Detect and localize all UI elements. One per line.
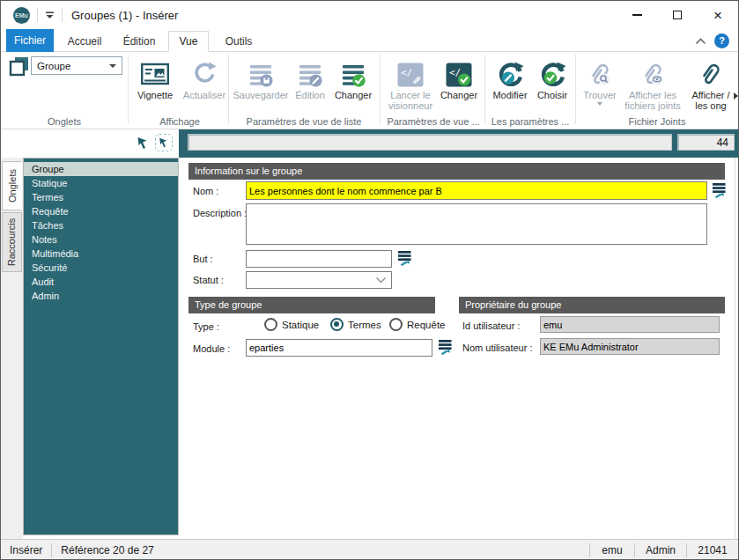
viewer-launch-icon: </ xyxy=(385,54,436,87)
maximize-button[interactable] xyxy=(657,1,698,29)
tab-fichier[interactable]: Fichier xyxy=(6,29,54,52)
titlebar-separator xyxy=(62,8,63,22)
nom-label: Nom : xyxy=(193,186,218,196)
minimize-icon xyxy=(632,14,642,15)
paperclip-icon xyxy=(686,54,735,87)
afficher-masquer-onglets-label: Afficher / les ong xyxy=(686,90,735,111)
ribbon-overflow-icon[interactable] xyxy=(734,92,738,99)
statut-combobox[interactable] xyxy=(246,271,392,289)
list-item-notes[interactable]: Notes xyxy=(24,232,178,247)
lancer-visionneur-button: </ Lancer le visionneur xyxy=(385,54,436,114)
but-lookup-icon[interactable] xyxy=(396,249,412,268)
select-cursor-button[interactable] xyxy=(133,133,152,152)
radio-statique[interactable] xyxy=(264,318,277,331)
but-input[interactable] xyxy=(246,250,392,268)
paperclip-eye-icon xyxy=(621,54,684,87)
choose-arrow-icon xyxy=(533,54,572,87)
actualiser-button: Actualiser xyxy=(180,54,229,114)
modifier-button[interactable]: Modifier xyxy=(489,54,531,114)
tabs-stack-icon xyxy=(8,55,31,82)
tab-select-combobox[interactable]: Groupe xyxy=(31,56,122,75)
edition-vue-button: Édition xyxy=(292,54,329,114)
nom-utilisateur-input: KE EMu Administrator xyxy=(540,338,720,355)
trouver-button: Trouver xyxy=(580,54,619,114)
list-item-taches[interactable]: Tâches xyxy=(24,218,178,232)
group-form: Information sur le groupe Nom : Les pers… xyxy=(179,158,739,539)
changer-vue-liste-button[interactable]: Changer xyxy=(330,54,376,114)
vignette-button[interactable]: Vignette xyxy=(131,54,179,114)
side-tab-raccourcis-label: Raccourcis xyxy=(7,218,18,266)
description-input[interactable] xyxy=(246,203,707,245)
status-code: 21041 xyxy=(687,544,738,556)
list-item-termes[interactable]: Termes xyxy=(24,190,178,204)
thumbnail-view-icon xyxy=(131,54,179,87)
tab-vue[interactable]: Vue xyxy=(168,31,209,52)
tab-accueil[interactable]: Accueil xyxy=(59,31,110,52)
choisir-label: Choisir xyxy=(533,90,572,100)
list-item-multimedia[interactable]: Multimédia xyxy=(24,247,178,261)
minimize-button[interactable] xyxy=(617,1,657,29)
section-header-proprietaire: Propriétaire du groupe xyxy=(459,297,725,313)
module-lookup-icon[interactable] xyxy=(437,338,453,357)
changer-visionneur-label: Changer xyxy=(436,90,482,100)
group-separator xyxy=(575,55,576,124)
list-item-admin[interactable]: Admin xyxy=(24,289,178,303)
select-region-button[interactable] xyxy=(154,133,174,152)
quick-access-dropdown-icon[interactable] xyxy=(45,11,55,19)
record-indicator-bar xyxy=(188,134,672,151)
list-item-groupe[interactable]: Groupe xyxy=(24,162,178,176)
radio-termes-label: Termes xyxy=(348,320,381,330)
list-item-requete[interactable]: Requête xyxy=(24,204,178,218)
nom-lookup-icon[interactable] xyxy=(711,181,727,200)
id-utilisateur-label: Id utilisateur : xyxy=(462,321,520,331)
radio-statique-label: Statique xyxy=(282,320,319,330)
paperclip-search-icon xyxy=(580,54,619,87)
titlebar: EMu Groupes (1) - Insérer × xyxy=(1,1,738,29)
list-item-statique[interactable]: Statique xyxy=(24,176,178,190)
help-icon[interactable]: ? xyxy=(714,33,729,48)
afficher-fichiers-joints-label: Afficher les fichiers joints xyxy=(621,90,684,111)
group-label-parametres-vue: Paramètres de vue ... xyxy=(385,116,482,127)
app-window: EMu Groupes (1) - Insérer × Fichier Accu… xyxy=(0,0,739,560)
status-reference: Référence 20 de 27 xyxy=(52,544,162,556)
maximize-icon xyxy=(673,11,682,19)
group-separator xyxy=(128,55,129,124)
choisir-button[interactable]: Choisir xyxy=(533,54,572,114)
nom-utilisateur-label: Nom utilisateur : xyxy=(462,343,532,353)
actualiser-label: Actualiser xyxy=(180,90,229,100)
module-input[interactable]: eparties xyxy=(246,339,432,357)
close-icon: × xyxy=(713,8,722,23)
side-tab-onglets-label: Onglets xyxy=(7,169,18,203)
close-button[interactable]: × xyxy=(698,1,738,29)
module-label: Module : xyxy=(193,343,230,354)
group-separator xyxy=(484,55,485,124)
tool-row: 44 xyxy=(1,129,738,158)
list-item-securite[interactable]: Sécurité xyxy=(24,261,178,275)
edition-vue-label: Édition xyxy=(292,90,329,100)
collapse-ribbon-icon[interactable] xyxy=(695,33,706,48)
dashed-selection-icon xyxy=(155,134,173,151)
radio-requete[interactable] xyxy=(389,318,403,331)
form-right-edge xyxy=(735,158,735,539)
side-tab-onglets[interactable]: Onglets xyxy=(2,161,22,210)
side-tab-raccourcis[interactable]: Raccourcis xyxy=(2,212,22,272)
radio-requete-label: Requête xyxy=(407,320,445,330)
afficher-masquer-onglets-button[interactable]: Afficher / les ong xyxy=(686,54,735,114)
group-label-fichier-joints: Fichier Joints xyxy=(582,116,732,127)
svg-text:</: </ xyxy=(401,67,412,78)
status-user: emu xyxy=(590,544,634,556)
sauvegarder-button: Sauvegarder xyxy=(232,54,290,114)
changer-visionneur-button[interactable]: </ Changer xyxy=(436,54,482,114)
afficher-fichiers-joints-button: Afficher les fichiers joints xyxy=(621,54,684,114)
status-role: Admin xyxy=(635,544,686,556)
ribbon: Groupe Onglets Vignette Actualiser Affic… xyxy=(1,52,738,129)
lancer-visionneur-label: Lancer le visionneur xyxy=(385,90,436,111)
radio-termes[interactable] xyxy=(330,318,344,331)
tab-outils[interactable]: Outils xyxy=(212,31,265,52)
nom-input[interactable]: Les personnes dont le nom commence par B xyxy=(246,181,707,200)
list-item-audit[interactable]: Audit xyxy=(24,275,178,289)
modifier-label: Modifier xyxy=(489,90,531,100)
tab-edition[interactable]: Édition xyxy=(114,31,165,52)
group-label-onglets: Onglets xyxy=(18,116,110,127)
tab-select-value: Groupe xyxy=(37,61,70,71)
